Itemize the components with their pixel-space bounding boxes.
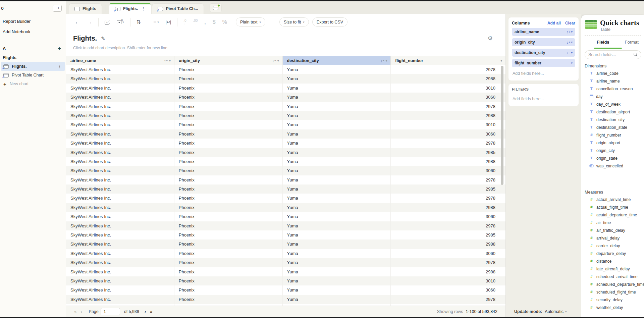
table-row[interactable]: SkyWest Airlines Inc.PhoenixYuma2985 bbox=[66, 184, 505, 194]
clear-link[interactable]: Clear bbox=[565, 21, 575, 25]
dimension-item[interactable]: Torigin_state bbox=[585, 154, 641, 162]
table-row[interactable]: SkyWest Airlines Inc.PhoenixYuma2988 bbox=[66, 267, 505, 276]
column-header-airline-name[interactable]: airline_name ↑≡ ▾ bbox=[66, 56, 174, 65]
tab-pivot-table-chart[interactable]: ✓ Pivot Table Ch... bbox=[152, 3, 204, 14]
chevron-down-icon[interactable]: ▾ bbox=[386, 59, 387, 62]
column-pill[interactable]: origin_city↓≡▾ bbox=[512, 38, 575, 46]
sidebar-item-flights-chart[interactable]: ✓ Flights. ⋮ bbox=[1, 62, 65, 71]
column-pill[interactable]: destination_city↓≡▾ bbox=[512, 49, 575, 57]
increase-decimals-button[interactable]: .00→ bbox=[190, 19, 201, 25]
measure-item[interactable]: #departure_delay bbox=[585, 250, 641, 257]
measure-item[interactable]: #schedued_arrival_time bbox=[585, 273, 641, 280]
sidebar-item-add-notebook[interactable]: Add Notebook bbox=[0, 26, 66, 37]
measure-item[interactable]: #acutal_departure_time bbox=[585, 211, 641, 219]
collapse-sidebar-button[interactable] bbox=[53, 5, 62, 12]
add-section-button[interactable]: + bbox=[58, 46, 61, 51]
undo-button[interactable]: ← bbox=[71, 19, 84, 25]
measure-item[interactable]: #security_delay bbox=[585, 296, 641, 304]
measure-item[interactable]: #late_aircraft_delay bbox=[585, 265, 641, 273]
table-row[interactable]: SkyWest Airlines Inc.PhoenixYuma2988 bbox=[66, 203, 505, 212]
measure-item[interactable]: #air_time bbox=[585, 219, 641, 226]
edit-title-icon[interactable]: ✎ bbox=[101, 36, 105, 42]
chevron-down-icon[interactable]: ▾ bbox=[500, 59, 502, 62]
columns-add-fields-placeholder[interactable]: Add fields here... bbox=[512, 71, 575, 76]
table-row[interactable]: SkyWest Airlines Inc.PhoenixYuma2978 bbox=[66, 295, 505, 304]
measure-item[interactable]: #carrier_delay bbox=[585, 242, 641, 250]
table-row[interactable]: SkyWest Airlines Inc.PhoenixYuma3060 bbox=[66, 212, 505, 221]
table-row[interactable]: SkyWest Airlines Inc.PhoenixYuma2978 bbox=[66, 175, 505, 184]
table-row[interactable]: SkyWest Airlines Inc.PhoenixYuma2978 bbox=[66, 102, 505, 111]
table-row[interactable]: SkyWest Airlines Inc.PhoenixYuma3010 bbox=[66, 276, 505, 285]
dimension-item[interactable]: Tcancellation_reason bbox=[585, 85, 641, 93]
table-row[interactable]: SkyWest Airlines Inc.PhoenixYuma2978 bbox=[66, 221, 505, 230]
measure-item[interactable]: #air_traffic_delay bbox=[585, 226, 641, 234]
measure-item[interactable]: #distance bbox=[585, 257, 641, 265]
first-page-button[interactable]: « bbox=[72, 309, 78, 314]
sidebar-group-flights[interactable]: Flights bbox=[0, 53, 66, 62]
tab-format[interactable]: Format bbox=[625, 40, 639, 50]
column-pill[interactable]: airline_name↑≡▾ bbox=[512, 28, 575, 36]
next-page-button[interactable]: › bbox=[143, 309, 148, 314]
column-header-origin-city[interactable]: origin_city ↓≡ ▾ bbox=[174, 56, 283, 65]
table-row[interactable]: SkyWest Airlines Inc.PhoenixYuma2985 bbox=[66, 230, 505, 240]
sort-button[interactable]: ⇅ bbox=[133, 19, 144, 25]
column-header-destination-city[interactable]: destination_city ↓≡ ▾ bbox=[283, 56, 391, 65]
dimension-item[interactable]: Tairline_code bbox=[585, 69, 641, 77]
table-row[interactable]: SkyWest Airlines Inc.PhoenixYuma2978 bbox=[66, 139, 505, 148]
decrease-decimals-button[interactable]: .0← bbox=[180, 19, 190, 25]
sidebar-item-report-builder[interactable]: Report Builder bbox=[0, 16, 66, 26]
gear-icon[interactable]: ⚙ bbox=[488, 35, 493, 42]
currency-format-button[interactable]: $ bbox=[209, 19, 219, 25]
redo-button[interactable]: → bbox=[84, 19, 96, 25]
table-row[interactable]: SkyWest Airlines Inc.PhoenixYuma3060 bbox=[66, 93, 505, 102]
vertical-scrollbar[interactable] bbox=[501, 66, 503, 185]
dimension-item[interactable]: Tairline_name bbox=[585, 77, 641, 85]
table-row[interactable]: SkyWest Airlines Inc.PhoenixYuma3010 bbox=[66, 84, 505, 93]
chevron-down-icon[interactable]: ▾ bbox=[169, 59, 171, 62]
new-tab-button[interactable]: + bbox=[210, 3, 222, 12]
update-mode-select[interactable]: Automatic ▾ bbox=[545, 309, 567, 314]
dimension-item[interactable]: Tdestination_city bbox=[585, 116, 641, 123]
align-button[interactable]: ≡▾ bbox=[150, 19, 162, 25]
tab-flights[interactable]: Flights bbox=[69, 3, 102, 14]
tab-flights-chart-active[interactable]: ✓ Flights. ⋮ bbox=[109, 3, 151, 14]
measure-item[interactable]: #scheduled_flight_time bbox=[585, 288, 641, 296]
sidebar-item-pivot-table-chart[interactable]: ✓ Pivot Table Chart bbox=[1, 71, 65, 80]
table-row[interactable]: SkyWest Airlines Inc.PhoenixYuma2978 bbox=[66, 258, 505, 267]
chevron-down-icon[interactable]: ▾ bbox=[571, 41, 573, 44]
measure-item[interactable]: #scheduled_departure_time bbox=[585, 280, 641, 288]
table-row[interactable]: SkyWest Airlines Inc.PhoenixYuma2988 bbox=[66, 157, 505, 166]
table-row[interactable]: SkyWest Airlines Inc.PhoenixYuma3060 bbox=[66, 129, 505, 139]
measure-item[interactable]: #weather_delay bbox=[585, 304, 641, 311]
measure-item[interactable]: #actual_flight_time bbox=[585, 203, 641, 211]
tab-menu-icon[interactable]: ⋮ bbox=[141, 6, 145, 11]
table-row[interactable]: SkyWest Airlines Inc.PhoenixYuma3060 bbox=[66, 166, 505, 175]
table-row[interactable]: SkyWest Airlines Inc.PhoenixYuma2988 bbox=[66, 240, 505, 249]
table-row[interactable]: SkyWest Airlines Inc.PhoenixYuma2978 bbox=[66, 194, 505, 203]
table-row[interactable]: SkyWest Airlines Inc.PhoenixYuma3010 bbox=[66, 120, 505, 129]
previous-page-button[interactable]: ‹ bbox=[78, 309, 84, 314]
table-row[interactable]: SkyWest Airlines Inc.PhoenixYuma3060 bbox=[66, 285, 505, 295]
search-fields-input[interactable] bbox=[588, 52, 632, 57]
filters-add-fields-placeholder[interactable]: Add fields here... bbox=[512, 97, 575, 101]
chart-title[interactable]: Flights. bbox=[73, 35, 97, 42]
dimension-item[interactable]: Tdestination_airport bbox=[585, 108, 641, 116]
table-row[interactable]: SkyWest Airlines Inc.PhoenixYuma3060 bbox=[66, 249, 505, 258]
table-row[interactable]: SkyWest Airlines Inc.PhoenixYuma2988 bbox=[66, 74, 505, 83]
add-all-link[interactable]: Add all bbox=[547, 21, 561, 25]
format-mode-select[interactable]: Plain text▾ bbox=[236, 17, 265, 26]
text-wrap-button[interactable]: |↩| bbox=[162, 20, 174, 24]
table-row[interactable]: SkyWest Airlines Inc.PhoenixYuma2978 bbox=[66, 65, 505, 74]
chevron-down-icon[interactable]: ▾ bbox=[277, 59, 279, 62]
percent-format-button[interactable]: % bbox=[219, 19, 230, 25]
column-header-flight-number[interactable]: flight_number ▾ bbox=[391, 56, 505, 65]
table-row[interactable]: SkyWest Airlines Inc.PhoenixYuma2988 bbox=[66, 111, 505, 120]
dimension-item[interactable]: was_cancelled bbox=[585, 162, 641, 170]
dimension-item[interactable]: Tday_of_week bbox=[585, 100, 641, 108]
chevron-down-icon[interactable]: ▾ bbox=[571, 30, 573, 34]
column-pill[interactable]: flight_number▾ bbox=[512, 59, 575, 67]
size-mode-select[interactable]: Size to fit▾ bbox=[279, 17, 309, 26]
chart-description-placeholder[interactable]: Click to add chart description. Shift-en… bbox=[73, 46, 168, 50]
chevron-down-icon[interactable]: ▾ bbox=[571, 51, 573, 54]
last-page-button[interactable]: » bbox=[148, 309, 154, 314]
